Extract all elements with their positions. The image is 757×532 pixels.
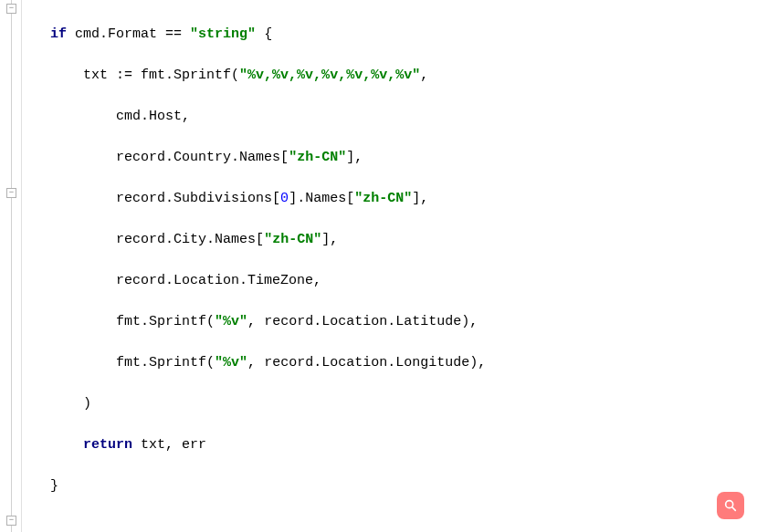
code-line: txt := fmt.Sprintf("%v,%v,%v,%v,%v,%v,%v… [26, 66, 543, 87]
code-line [26, 517, 543, 533]
code-line: record.Subdivisions[0].Names["zh-CN"], [26, 189, 543, 210]
code-line: cmd.Host, [26, 107, 543, 128]
code-line: fmt.Sprintf("%v", record.Location.Longit… [26, 353, 543, 374]
code-editor[interactable]: if cmd.Format == "string" { txt := fmt.S… [26, 4, 543, 532]
search-icon [723, 498, 738, 513]
code-line: record.City.Names["zh-CN"], [26, 230, 543, 251]
code-line: } [26, 476, 543, 497]
code-line: return txt, err [26, 435, 543, 456]
code-line: record.Country.Names["zh-CN"], [26, 148, 543, 169]
fold-marker[interactable] [6, 516, 16, 526]
keyword-if: if [50, 26, 67, 42]
fold-marker[interactable] [6, 188, 16, 198]
code-line: ) [26, 394, 543, 415]
code-line: fmt.Sprintf("%v", record.Location.Latitu… [26, 312, 543, 333]
code-line: if cmd.Format == "string" { [26, 25, 543, 46]
code-line: record.Location.TimeZone, [26, 271, 543, 292]
fold-guide-line [11, 0, 12, 532]
fold-marker[interactable] [6, 4, 16, 14]
svg-line-1 [732, 507, 735, 510]
gutter [0, 0, 22, 532]
keyword-return: return [83, 437, 132, 453]
search-button[interactable] [717, 492, 744, 519]
